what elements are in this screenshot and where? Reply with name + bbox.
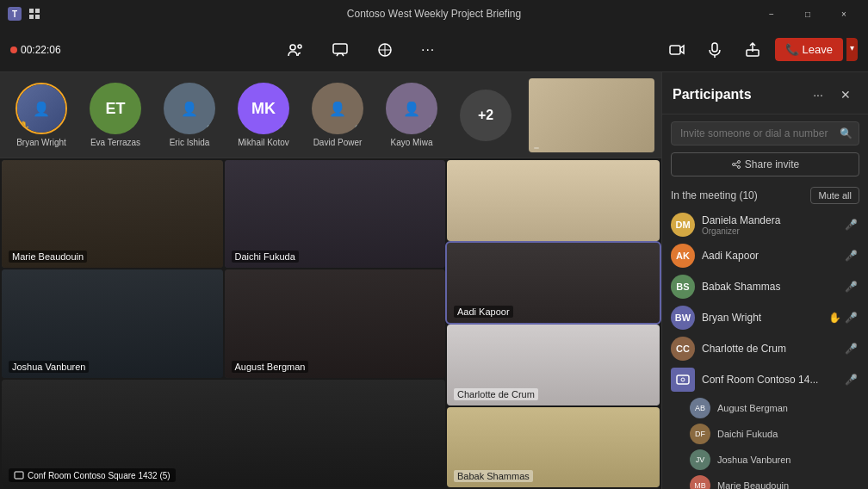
- meeting-bar-right: 📞 Leave ▾: [661, 38, 858, 62]
- people-button[interactable]: [280, 38, 311, 62]
- list-item-bryan[interactable]: BW Bryan Wright ✋ 🎤: [666, 302, 865, 333]
- leave-button[interactable]: 📞 Leave: [775, 38, 843, 61]
- grid-icon[interactable]: [29, 9, 40, 19]
- video-cell-daichi[interactable]: Daichi Fukuda: [225, 160, 446, 268]
- list-item-charlotte[interactable]: CC Charlotte de Crum 🎤: [666, 333, 865, 364]
- strip-participant-eric[interactable]: 👤 🎤 Eric Ishida: [155, 83, 224, 147]
- strip-participant-eva[interactable]: ET Eva Terrazas: [81, 83, 150, 147]
- video-label-joshua: Joshua Vanburen: [9, 361, 89, 373]
- strip-participant-bryan[interactable]: 👤 ✋ Bryan Wright: [7, 83, 76, 147]
- mic-button[interactable]: [699, 38, 730, 62]
- mic-aadi[interactable]: 🎤: [843, 248, 859, 263]
- participants-strip: 👤 ✋ Bryan Wright ET Eva Terrazas 👤 🎤 Eri…: [0, 72, 661, 158]
- share-invite-button[interactable]: Share invite: [671, 152, 859, 176]
- window-controls: − □ ×: [754, 0, 861, 28]
- list-item-joshua[interactable]: JV Joshua Vanburen: [666, 447, 865, 473]
- list-item-babak[interactable]: BS Babak Shammas 🎤: [666, 271, 865, 302]
- panel-close-button[interactable]: ✕: [834, 83, 858, 107]
- search-bar: 🔍: [671, 121, 859, 145]
- name-daichi: Daichi Fukuda: [717, 429, 859, 439]
- share-invite-icon: [731, 159, 741, 170]
- hand-raised-bryan: ✋: [828, 312, 841, 324]
- name-joshua: Joshua Vanburen: [717, 455, 859, 465]
- mic-bryan[interactable]: 🎤: [843, 310, 859, 325]
- actions-bryan: ✋ 🎤: [828, 310, 859, 325]
- window-title: Contoso West Weekly Project Briefing: [347, 8, 521, 20]
- strip-photo-eric: 👤: [181, 101, 198, 117]
- apps-toolbar-icon: [376, 41, 394, 59]
- avatar-august: AB: [690, 398, 710, 418]
- in-meeting-header: In the meeting (10) Mute all: [662, 183, 868, 209]
- leave-chevron[interactable]: ▾: [846, 38, 858, 61]
- avatar-joshua: JV: [690, 449, 710, 470]
- mute-all-button[interactable]: Mute all: [810, 187, 859, 204]
- close-button[interactable]: ×: [827, 0, 861, 28]
- mic-confroom[interactable]: 🎤: [843, 372, 859, 387]
- camera-button[interactable]: [661, 38, 692, 62]
- list-item-aadi[interactable]: AK Aadi Kapoor 🎤: [666, 240, 865, 271]
- panel-header-actions: ··· ✕: [806, 83, 858, 107]
- video-label-daichi: Daichi Fukuda: [232, 251, 299, 263]
- svg-line-19: [735, 165, 737, 166]
- strip-initials-mikhail: MK: [251, 100, 276, 118]
- mic-daniela[interactable]: 🎤: [843, 217, 859, 232]
- svg-point-17: [737, 166, 740, 169]
- leave-button-group[interactable]: 📞 Leave ▾: [775, 38, 858, 61]
- video-cell-joshua[interactable]: Joshua Vanburen: [2, 269, 223, 377]
- title-bar: T Contoso West Weekly Project Briefing −…: [0, 0, 868, 28]
- avatar-marie: MB: [690, 475, 710, 489]
- video-cell-charlotte[interactable]: Charlotte de Crum: [447, 325, 660, 405]
- list-item-august[interactable]: AB August Bergman: [666, 395, 865, 421]
- strip-participant-david[interactable]: 👤 🎤 David Power: [303, 83, 372, 147]
- svg-point-16: [732, 164, 735, 166]
- video-cell-august[interactable]: August Bergman: [225, 269, 446, 377]
- preview-label: [534, 147, 539, 149]
- invite-search-input[interactable]: [671, 121, 859, 145]
- chat-button[interactable]: [325, 38, 356, 62]
- role-daniela: Organizer: [702, 226, 836, 236]
- info-charlotte: Charlotte de Crum: [702, 343, 836, 355]
- mic-icon: [706, 41, 723, 59]
- list-item-confroom[interactable]: Conf Room Contoso 14... 🎤: [666, 364, 865, 395]
- svg-rect-3: [35, 9, 40, 13]
- meeting-toolbar: 00:22:06 ···: [0, 28, 868, 72]
- actions-daniela: 🎤: [843, 217, 859, 232]
- video-cell-top-right[interactable]: [447, 160, 660, 241]
- apps-button[interactable]: [369, 38, 400, 62]
- maximize-button[interactable]: □: [790, 0, 825, 28]
- minimize-button[interactable]: −: [754, 0, 789, 28]
- svg-point-21: [681, 378, 685, 381]
- panel-more-button[interactable]: ···: [806, 83, 830, 107]
- strip-photo-kayo: 👤: [403, 101, 420, 117]
- video-label-marie: Marie Beaudouin: [9, 251, 87, 263]
- name-daniela: Daniela Mandera: [702, 214, 836, 226]
- video-cell-aadi[interactable]: Aadi Kapoor: [447, 243, 660, 324]
- avatar-daichi: DF: [690, 424, 710, 444]
- video-cell-marie[interactable]: Marie Beaudouin: [2, 160, 223, 268]
- name-charlotte: Charlotte de Crum: [702, 343, 836, 355]
- mic-charlotte[interactable]: 🎤: [843, 341, 859, 356]
- confroom-icon: [676, 373, 690, 387]
- main-content: 👤 ✋ Bryan Wright ET Eva Terrazas 👤 🎤 Eri…: [0, 72, 868, 489]
- name-bryan: Bryan Wright: [702, 312, 822, 324]
- strip-participant-kayo[interactable]: 👤 🎤 Kayo Miwa: [377, 83, 446, 147]
- strip-name-eric: Eric Ishida: [155, 138, 224, 147]
- actions-aadi: 🎤: [843, 248, 859, 263]
- mic-babak[interactable]: 🎤: [843, 279, 859, 294]
- strip-name-eva: Eva Terrazas: [81, 138, 150, 147]
- video-cell-babak[interactable]: Babak Shammas: [447, 407, 660, 488]
- list-item-daniela[interactable]: DM Daniela Mandera Organizer 🎤: [666, 209, 865, 240]
- strip-participant-more[interactable]: +2: [451, 90, 520, 141]
- more-icon: ···: [421, 42, 435, 58]
- list-item-daichi[interactable]: DF Daichi Fukuda: [666, 421, 865, 447]
- list-item-marie[interactable]: MB Marie Beaudouin: [666, 473, 865, 489]
- share-button[interactable]: [737, 38, 768, 62]
- preview-top-right: [529, 78, 654, 152]
- video-cell-conf[interactable]: Conf Room Contoso Square 1432 (5): [2, 380, 445, 487]
- actions-confroom: 🎤: [843, 372, 859, 387]
- svg-point-15: [737, 161, 740, 164]
- strip-participant-mikhail[interactable]: MK 🎤 Mikhail Kotov: [229, 83, 298, 147]
- meeting-bar-center: ···: [280, 38, 442, 62]
- video-label-babak: Babak Shammas: [454, 470, 533, 482]
- more-button[interactable]: ···: [414, 39, 442, 61]
